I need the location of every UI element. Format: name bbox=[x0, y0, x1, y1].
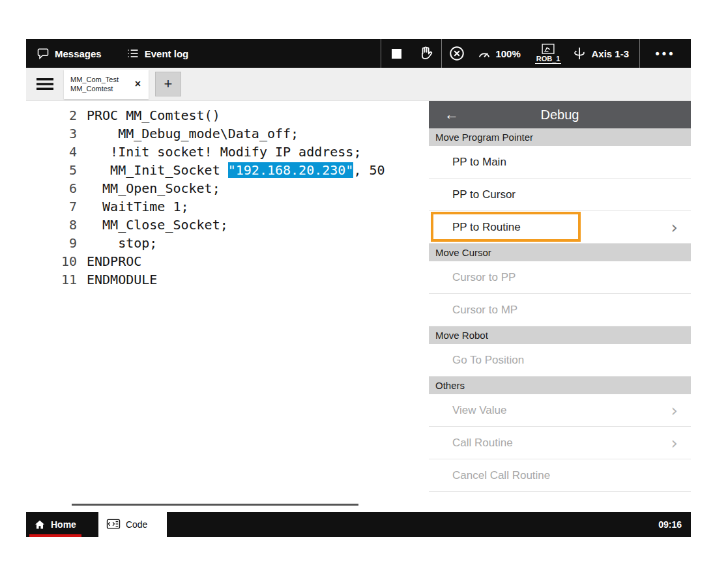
top-bar-right: 100% ROB_1 Axis 1-3 ••• bbox=[381, 39, 691, 68]
messages-label: Messages bbox=[55, 48, 102, 59]
horizontal-scrollbar[interactable] bbox=[72, 504, 358, 506]
line-code-text: ENDMODULE bbox=[77, 270, 157, 289]
manual-jog-button[interactable] bbox=[411, 39, 441, 68]
menu-item-cursor-to-pp: Cursor to PP bbox=[429, 261, 691, 294]
code-line[interactable]: 10ENDPROC bbox=[26, 252, 429, 270]
code-line[interactable]: 2PROC MM_Comtest() bbox=[26, 106, 429, 124]
tab-label-module: MM_Com_Test bbox=[70, 76, 132, 83]
home-active-indicator bbox=[29, 534, 81, 537]
menu-item-label: Cursor to MP bbox=[452, 304, 678, 317]
code-line[interactable]: 3 MM_Debug_mode\Data_off; bbox=[26, 124, 429, 143]
code-line[interactable]: 7 WaitTime 1; bbox=[26, 197, 429, 216]
code-icon bbox=[106, 519, 121, 530]
new-tab-button[interactable]: + bbox=[155, 72, 181, 96]
messages-icon bbox=[36, 47, 50, 60]
menu-item-label: View Value bbox=[452, 404, 671, 417]
mech-unit-button[interactable]: ROB_1 bbox=[530, 39, 567, 68]
line-code-text: !Init socket! Modify IP address; bbox=[77, 143, 361, 161]
menu-item-pp-to-main[interactable]: PP to Main bbox=[429, 146, 691, 179]
tab-mm-comtest[interactable]: MM_Com_Test MM_Comtest × bbox=[64, 70, 149, 99]
code-line[interactable]: 8 MM_Close_Socket; bbox=[26, 216, 429, 234]
app-window: Messages Event log bbox=[26, 39, 691, 537]
line-code-text: MM_Debug_mode\Data_off; bbox=[77, 124, 298, 143]
section-header-move-program-pointer: Move Program Pointer bbox=[429, 128, 691, 146]
debug-panel-header: Debug ← bbox=[429, 101, 691, 128]
menu-item-label: PP to Main bbox=[452, 156, 678, 169]
tab-label-routine: MM_Comtest bbox=[70, 85, 132, 93]
speed-value: 100% bbox=[495, 48, 520, 59]
section-header-move-cursor: Move Cursor bbox=[429, 244, 691, 261]
mech-unit-label: ROB_1 bbox=[535, 54, 562, 64]
back-arrow-icon[interactable]: ← bbox=[444, 108, 459, 122]
code-line[interactable]: 6 MM_Open_Socket; bbox=[26, 179, 429, 197]
line-number: 3 bbox=[26, 124, 77, 143]
axis-button[interactable]: Axis 1-3 bbox=[566, 39, 639, 68]
chevron-right-icon: › bbox=[671, 219, 678, 236]
menu-item-view-value: View Value› bbox=[429, 394, 691, 427]
line-number: 7 bbox=[26, 197, 77, 216]
line-number: 9 bbox=[26, 234, 77, 252]
line-code-text: ENDPROC bbox=[77, 252, 141, 270]
menu-item-call-routine: Call Routine› bbox=[429, 427, 691, 459]
code-line[interactable]: 9 stop; bbox=[26, 234, 429, 252]
event-log-button[interactable]: Event log bbox=[126, 47, 189, 60]
code-label: Code bbox=[126, 519, 147, 530]
messages-button[interactable]: Messages bbox=[36, 47, 102, 60]
axis-icon bbox=[572, 46, 587, 61]
tab-labels: MM_Com_Test MM_Comtest bbox=[70, 76, 132, 93]
code-line[interactable]: 4 !Init socket! Modify IP address; bbox=[26, 143, 429, 161]
menu-button[interactable] bbox=[26, 78, 64, 91]
menu-item-label: Go To Position bbox=[452, 354, 678, 367]
tab-close-icon[interactable]: × bbox=[132, 78, 143, 90]
line-number: 11 bbox=[26, 270, 77, 289]
menu-item-pp-to-cursor[interactable]: PP to Cursor bbox=[429, 179, 691, 211]
motors-off-icon bbox=[448, 45, 465, 62]
line-number: 2 bbox=[26, 106, 77, 124]
hand-icon bbox=[418, 45, 435, 62]
chevron-right-icon: › bbox=[671, 435, 678, 452]
top-bar-left: Messages Event log bbox=[26, 39, 381, 68]
main-area: 2PROC MM_Comtest()3 MM_Debug_mode\Data_o… bbox=[26, 101, 691, 512]
taskbar: Home Code 09:16 bbox=[26, 512, 691, 537]
axis-label: Axis 1-3 bbox=[591, 48, 629, 59]
menu-item-label: Call Routine bbox=[452, 437, 671, 450]
menu-item-go-to-position: Go To Position bbox=[429, 344, 691, 377]
line-number: 8 bbox=[26, 216, 77, 234]
menu-item-cursor-to-mp: Cursor to MP bbox=[429, 294, 691, 326]
home-button[interactable]: Home bbox=[26, 512, 89, 537]
motors-state-button[interactable] bbox=[442, 39, 472, 68]
menu-item-label: PP to Cursor bbox=[452, 188, 678, 201]
code-line[interactable]: 5 MM_Init_Socket "192.168.20.230", 50 bbox=[26, 161, 429, 179]
menu-item-label: Cursor to PP bbox=[452, 271, 678, 284]
line-code-text: PROC MM_Comtest() bbox=[77, 106, 220, 124]
line-number: 10 bbox=[26, 252, 77, 270]
speed-button[interactable]: 100% bbox=[472, 39, 529, 68]
robot-unit-icon bbox=[541, 44, 555, 54]
menu-item-label: Cancel Call Routine bbox=[452, 469, 678, 482]
menu-item-pp-to-routine[interactable]: PP to Routine› bbox=[429, 211, 691, 244]
section-header-others: Others bbox=[429, 377, 691, 394]
top-bar: Messages Event log bbox=[26, 39, 691, 68]
event-log-icon bbox=[126, 47, 139, 60]
menu-item-cancel-call-routine: Cancel Call Routine bbox=[429, 459, 691, 492]
line-code-text: MM_Open_Socket; bbox=[77, 179, 220, 197]
home-icon bbox=[34, 519, 46, 530]
debug-panel-body: Move Program PointerPP to MainPP to Curs… bbox=[429, 128, 691, 492]
home-label: Home bbox=[51, 519, 76, 530]
line-code-text: MM_Close_Socket; bbox=[77, 216, 228, 234]
more-button[interactable]: ••• bbox=[640, 39, 691, 68]
code-line[interactable]: 11ENDMODULE bbox=[26, 270, 429, 289]
plus-icon: + bbox=[164, 76, 173, 93]
line-number: 6 bbox=[26, 179, 77, 197]
line-number: 4 bbox=[26, 143, 77, 161]
more-dots-icon: ••• bbox=[656, 47, 676, 61]
selected-text: "192.168.20.230" bbox=[228, 162, 354, 178]
clock: 09:16 bbox=[658, 519, 691, 530]
hamburger-icon bbox=[36, 78, 54, 91]
code-editor[interactable]: 2PROC MM_Comtest()3 MM_Debug_mode\Data_o… bbox=[26, 101, 429, 512]
stop-icon bbox=[392, 49, 401, 59]
line-code-text: WaitTime 1; bbox=[77, 197, 189, 216]
tab-strip: MM_Com_Test MM_Comtest × + bbox=[26, 68, 691, 101]
stop-button[interactable] bbox=[381, 39, 411, 68]
code-tab-button[interactable]: Code bbox=[98, 512, 167, 537]
